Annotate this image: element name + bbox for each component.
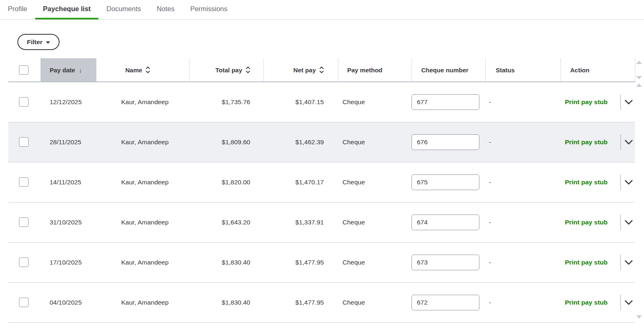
status-cell: - bbox=[485, 82, 560, 122]
tab-paycheque-list[interactable]: Paycheque list bbox=[35, 0, 99, 19]
column-header-action: Action bbox=[560, 58, 635, 82]
net-pay-cell: $1,337.91 bbox=[263, 202, 338, 242]
cheque-number-input[interactable] bbox=[412, 255, 479, 270]
column-header-label: Net pay bbox=[293, 67, 316, 74]
status-cell: - bbox=[485, 162, 560, 202]
total-pay-cell: $1,830.40 bbox=[189, 282, 263, 322]
table-row: 28/11/2025 Kaur, Amandeep $1,809.60 $1,4… bbox=[8, 122, 635, 162]
chevron-down-icon bbox=[625, 300, 633, 305]
filter-button-label: Filter bbox=[27, 38, 43, 46]
status-cell: - bbox=[485, 242, 560, 282]
total-pay-cell: $1,820.00 bbox=[189, 162, 263, 202]
chevron-down-icon bbox=[625, 260, 633, 265]
print-pay-stub-link[interactable]: Print pay stub bbox=[565, 299, 608, 306]
row-expand-button[interactable] bbox=[625, 140, 633, 145]
row-expand-button[interactable] bbox=[625, 300, 633, 305]
cheque-number-input[interactable] bbox=[412, 94, 479, 110]
pay-method-cell: Cheque bbox=[338, 242, 412, 282]
column-header-pay-method: Pay method bbox=[338, 58, 412, 82]
toolbar: Filter bbox=[0, 20, 644, 58]
sort-toggle-icon bbox=[146, 66, 150, 74]
table-row: 04/10/2025 Kaur, Amandeep $1,830.40 $1,4… bbox=[8, 282, 635, 322]
pay-date-cell: 17/10/2025 bbox=[41, 242, 96, 282]
name-cell: Kaur, Amandeep bbox=[96, 242, 189, 282]
scroll-down-icon[interactable] bbox=[636, 315, 642, 319]
total-pay-cell: $1,735.76 bbox=[189, 82, 263, 122]
net-pay-cell: $1,477.95 bbox=[263, 282, 338, 322]
cheque-number-input[interactable] bbox=[412, 134, 479, 150]
pay-date-cell: 31/10/2025 bbox=[41, 202, 96, 242]
table-header-row: Pay date↓ Name Total pay Net pay Pay met… bbox=[8, 58, 635, 82]
net-pay-cell: $1,462.39 bbox=[263, 122, 338, 162]
caret-down-icon bbox=[46, 41, 50, 44]
tab-permissions[interactable]: Permissions bbox=[182, 0, 235, 19]
name-cell: Kaur, Amandeep bbox=[96, 122, 189, 162]
cheque-number-input[interactable] bbox=[412, 174, 479, 190]
row-checkbox[interactable] bbox=[19, 298, 29, 307]
column-header-status: Status bbox=[485, 58, 560, 82]
column-header-pay-date[interactable]: Pay date↓ bbox=[41, 58, 96, 82]
filter-button[interactable]: Filter bbox=[17, 34, 60, 50]
scroll-down-icon[interactable] bbox=[636, 76, 642, 79]
tab-bar: Profile Paycheque list Documents Notes P… bbox=[0, 0, 644, 20]
name-cell: Kaur, Amandeep bbox=[96, 162, 189, 202]
status-cell: - bbox=[485, 122, 560, 162]
row-expand-button[interactable] bbox=[625, 260, 633, 265]
pay-date-cell: 14/11/2025 bbox=[41, 162, 96, 202]
row-expand-button[interactable] bbox=[625, 100, 633, 105]
action-divider bbox=[620, 94, 621, 110]
paycheque-table: Pay date↓ Name Total pay Net pay Pay met… bbox=[8, 58, 635, 323]
net-pay-cell: $1,477.95 bbox=[263, 242, 338, 282]
row-checkbox[interactable] bbox=[19, 217, 29, 227]
total-pay-cell: $1,643.20 bbox=[189, 202, 263, 242]
action-divider bbox=[620, 255, 621, 270]
column-header-net-pay[interactable]: Net pay bbox=[263, 58, 338, 82]
pay-date-cell: 12/12/2025 bbox=[41, 82, 96, 122]
tab-profile[interactable]: Profile bbox=[0, 0, 35, 19]
pay-date-cell: 28/11/2025 bbox=[41, 122, 96, 162]
column-header-total-pay[interactable]: Total pay bbox=[189, 58, 263, 82]
pay-method-cell: Cheque bbox=[338, 282, 412, 322]
tab-documents[interactable]: Documents bbox=[98, 0, 148, 19]
row-checkbox[interactable] bbox=[19, 97, 29, 107]
chevron-down-icon bbox=[625, 180, 633, 185]
cheque-number-input[interactable] bbox=[412, 295, 479, 310]
cheque-number-input[interactable] bbox=[412, 215, 479, 230]
row-checkbox[interactable] bbox=[19, 257, 29, 267]
print-pay-stub-link[interactable]: Print pay stub bbox=[565, 179, 608, 186]
row-expand-button[interactable] bbox=[625, 220, 633, 225]
scroll-up-icon[interactable] bbox=[636, 83, 642, 87]
table-row: 14/11/2025 Kaur, Amandeep $1,820.00 $1,4… bbox=[8, 162, 635, 202]
print-pay-stub-link[interactable]: Print pay stub bbox=[565, 138, 608, 146]
action-divider bbox=[620, 215, 621, 230]
column-header-label: Pay date bbox=[50, 67, 75, 74]
total-pay-cell: $1,830.40 bbox=[189, 242, 263, 282]
net-pay-cell: $1,470.17 bbox=[263, 162, 338, 202]
total-pay-cell: $1,809.60 bbox=[189, 122, 263, 162]
select-all-checkbox[interactable] bbox=[19, 65, 29, 75]
sort-toggle-icon bbox=[319, 66, 324, 74]
table-row: 17/10/2025 Kaur, Amandeep $1,830.40 $1,4… bbox=[8, 242, 635, 282]
row-expand-button[interactable] bbox=[625, 180, 633, 185]
column-header-name[interactable]: Name bbox=[96, 58, 189, 82]
sort-toggle-icon bbox=[246, 66, 250, 74]
pay-date-cell: 04/10/2025 bbox=[41, 282, 96, 322]
chevron-down-icon bbox=[625, 100, 633, 105]
print-pay-stub-link[interactable]: Print pay stub bbox=[565, 219, 608, 226]
row-checkbox[interactable] bbox=[19, 137, 29, 147]
pay-method-cell: Cheque bbox=[338, 162, 412, 202]
chevron-down-icon bbox=[625, 140, 633, 145]
name-cell: Kaur, Amandeep bbox=[96, 202, 189, 242]
row-checkbox[interactable] bbox=[19, 177, 29, 187]
print-pay-stub-link[interactable]: Print pay stub bbox=[565, 98, 608, 106]
scroll-up-icon[interactable] bbox=[636, 61, 642, 64]
status-cell: - bbox=[485, 202, 560, 242]
column-header-cheque-number: Cheque number bbox=[412, 58, 485, 82]
name-cell: Kaur, Amandeep bbox=[96, 282, 189, 322]
column-header-label: Total pay bbox=[215, 67, 242, 74]
chevron-down-icon bbox=[625, 220, 633, 225]
tab-notes[interactable]: Notes bbox=[149, 0, 182, 19]
action-divider bbox=[620, 174, 621, 190]
print-pay-stub-link[interactable]: Print pay stub bbox=[565, 259, 608, 266]
net-pay-cell: $1,407.15 bbox=[263, 82, 338, 122]
